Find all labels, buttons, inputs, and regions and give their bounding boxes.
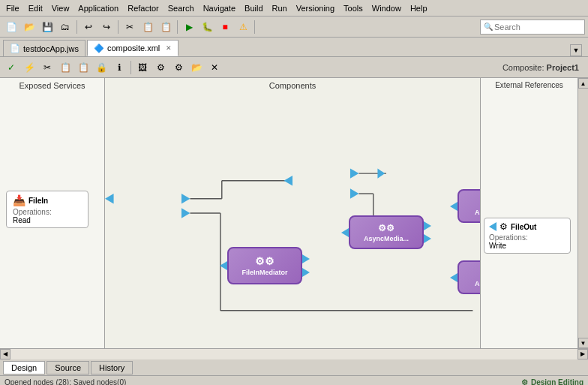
h-scroll-track[interactable] bbox=[10, 349, 578, 359]
menu-application[interactable]: Application bbox=[74, 2, 123, 14]
menu-navigate[interactable]: Navigate bbox=[199, 2, 240, 14]
settings2-button[interactable]: ⚙ bbox=[170, 59, 187, 76]
port-right-bottom bbox=[302, 268, 310, 277]
redo-button[interactable]: ↪ bbox=[98, 19, 115, 35]
asyncechom2-label: AsyncEchoM... bbox=[475, 280, 480, 287]
separator-1 bbox=[76, 20, 77, 34]
search-icon: 🔍 bbox=[484, 23, 493, 31]
separator-2 bbox=[118, 20, 118, 34]
asyncechom1-port-left bbox=[450, 202, 458, 211]
copy-button[interactable]: 📋 bbox=[140, 19, 156, 35]
port-left bbox=[220, 261, 227, 270]
port-asyncmedia-right-bottom bbox=[350, 188, 359, 198]
separator-4 bbox=[254, 20, 255, 34]
tab-label-active: composite.xml bbox=[107, 44, 160, 53]
tab-design[interactable]: Design bbox=[3, 361, 45, 374]
port-filein-right-bottom bbox=[182, 208, 190, 218]
menu-edit[interactable]: Edit bbox=[24, 2, 47, 14]
separator-3 bbox=[177, 20, 178, 34]
vertical-scrollbar[interactable]: ▲ ▼ bbox=[578, 78, 588, 348]
fileout-service-box[interactable]: ⚙ FileOut Operations: Write bbox=[484, 218, 571, 254]
menu-view[interactable]: View bbox=[47, 2, 74, 14]
status-right: ⚙ Design Editing bbox=[521, 378, 584, 385]
tab-scroll-button[interactable]: ▼ bbox=[570, 44, 582, 56]
tab-testdocapp[interactable]: 📄 testdocApp.jws bbox=[3, 40, 86, 56]
fileinmediator-label: FileInMediator bbox=[242, 269, 287, 276]
asyncechom2-node[interactable]: ⚙⚙ AsyncEchoM... bbox=[458, 260, 480, 294]
asyncechom1-node[interactable]: ⚙⚙ AsyncEchoM... bbox=[458, 189, 480, 223]
filein-title: FileIn bbox=[28, 197, 48, 205]
fileout-icon: ⚙ bbox=[500, 221, 508, 232]
main-toolbar: 📄 📂 💾 🗂 ↩ ↪ ✂ 📋 📋 ▶ 🐛 ■ ⚠ 🔍 bbox=[0, 17, 588, 38]
copy3-button[interactable]: 📋 bbox=[75, 59, 92, 76]
menu-refactor[interactable]: Refactor bbox=[123, 2, 164, 14]
folder-button[interactable]: 📂 bbox=[188, 59, 205, 76]
lock-button[interactable]: 🔒 bbox=[93, 59, 110, 76]
info-button[interactable]: ℹ bbox=[111, 59, 128, 76]
flash-button[interactable]: ⚡ bbox=[21, 59, 38, 76]
filein-service-box[interactable]: 📥 FileIn Operations: Read bbox=[6, 191, 88, 228]
delete-button[interactable]: ✕ bbox=[206, 59, 223, 76]
tab-close-icon[interactable]: ✕ bbox=[166, 44, 172, 52]
cut-button[interactable]: ✂ bbox=[122, 19, 138, 35]
search-container: 🔍 bbox=[480, 20, 585, 35]
tab-source[interactable]: Source bbox=[46, 361, 89, 374]
search-input[interactable] bbox=[494, 23, 581, 32]
save-all-button[interactable]: 🗂 bbox=[57, 19, 74, 35]
main-area: Exposed Services 📥 FileIn Operations: Re… bbox=[0, 78, 588, 348]
composite-text: Composite: bbox=[502, 63, 544, 72]
fileinmediator-icon: ⚙⚙ bbox=[255, 255, 274, 267]
asyncmedia-port-right1 bbox=[424, 221, 431, 230]
copy2-button[interactable]: 📋 bbox=[57, 59, 74, 76]
warning-button[interactable]: ⚠ bbox=[235, 19, 251, 35]
tab-composite-xml[interactable]: 🔷 composite.xml ✕ bbox=[87, 40, 178, 56]
scroll-down-button[interactable]: ▼ bbox=[578, 338, 589, 348]
menu-run[interactable]: Run bbox=[268, 2, 292, 14]
tab-history[interactable]: History bbox=[91, 361, 133, 374]
debug-button[interactable]: 🐛 bbox=[199, 19, 215, 35]
components-panel: Components bbox=[105, 78, 480, 348]
scroll-up-button[interactable]: ▲ bbox=[578, 78, 589, 89]
fileinmediator-node[interactable]: ⚙⚙ FileInMediator bbox=[227, 247, 302, 284]
menu-tools[interactable]: Tools bbox=[339, 2, 368, 14]
canvas-button[interactable]: 🖼 bbox=[134, 59, 151, 76]
asyncmediator-node[interactable]: ⚙⚙ AsyncMedia... bbox=[349, 215, 424, 249]
port-asyncecho1-left bbox=[377, 168, 385, 178]
left-panel-header: Exposed Services bbox=[0, 78, 104, 93]
separator-t2 bbox=[130, 61, 131, 74]
secondary-toolbar: ✓ ⚡ ✂ 📋 📋 🔒 ℹ 🖼 ⚙ ⚙ 📂 ✕ Composite: Proje… bbox=[0, 57, 588, 78]
undo-button[interactable]: ↩ bbox=[80, 19, 97, 35]
exposed-services-panel: Exposed Services 📥 FileIn Operations: Re… bbox=[0, 78, 105, 348]
external-references-panel: External References ⚙ FileOut Operations… bbox=[480, 78, 578, 348]
horizontal-scrollbar[interactable]: ◀ ▶ bbox=[0, 348, 588, 359]
design-icon: ⚙ bbox=[521, 378, 528, 385]
port-filein-left bbox=[105, 194, 114, 203]
new-button[interactable]: 📄 bbox=[3, 19, 20, 35]
asyncmedia-port-right2 bbox=[424, 234, 431, 243]
menu-help[interactable]: Help bbox=[406, 2, 432, 14]
menu-window[interactable]: Window bbox=[368, 2, 406, 14]
save-button[interactable]: 💾 bbox=[39, 19, 56, 35]
asyncmedia-port-left bbox=[341, 228, 349, 237]
port-asyncmedia-right-top bbox=[350, 168, 359, 178]
menu-versioning[interactable]: Versioning bbox=[292, 2, 339, 14]
menu-build[interactable]: Build bbox=[240, 2, 267, 14]
asyncmedia-icon: ⚙⚙ bbox=[378, 223, 394, 233]
open-button[interactable]: 📂 bbox=[21, 19, 38, 35]
menu-file[interactable]: File bbox=[2, 2, 24, 14]
filein-ops-value: Read bbox=[13, 216, 82, 224]
scroll-right-button[interactable]: ▶ bbox=[578, 349, 588, 359]
tool-button[interactable]: ✂ bbox=[39, 59, 56, 76]
settings-button[interactable]: ⚙ bbox=[152, 59, 169, 76]
scroll-left-button[interactable]: ◀ bbox=[0, 349, 10, 359]
port-right-top bbox=[302, 254, 310, 263]
fileout-ops-label: Operations: bbox=[489, 233, 566, 242]
run-button[interactable]: ▶ bbox=[181, 19, 197, 35]
design-editing-label: Design Editing bbox=[531, 378, 584, 385]
paste-button[interactable]: 📋 bbox=[158, 19, 174, 35]
tabs-row: 📄 testdocApp.jws 🔷 composite.xml ✕ ▼ bbox=[0, 38, 588, 57]
asyncechom1-label: AsyncEchoM... bbox=[475, 209, 480, 216]
menu-search[interactable]: Search bbox=[164, 2, 199, 14]
stop-button[interactable]: ■ bbox=[217, 19, 233, 35]
validate-button[interactable]: ✓ bbox=[3, 59, 20, 76]
